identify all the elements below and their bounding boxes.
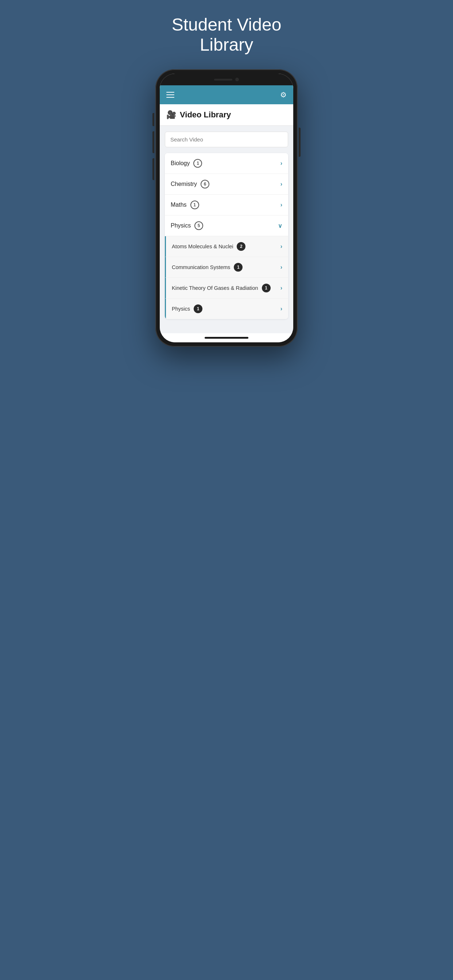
front-camera <box>235 78 239 81</box>
chemistry-count-badge: 6 <box>201 180 209 188</box>
app-content: ⚙ 🎥 Video Library Biology 1 › <box>160 85 293 333</box>
category-list: Biology 1 › Chemistry 6 › Maths <box>165 153 288 319</box>
list-item-physics-sub[interactable]: Physics 1 › <box>165 299 288 319</box>
list-item-kinetic[interactable]: Kinetic Theory Of Gases & Radiation 1 › <box>165 278 288 299</box>
physics-sub-chevron-right-icon: › <box>281 305 282 312</box>
menu-button[interactable] <box>166 92 174 98</box>
biology-chevron-right-icon: › <box>281 160 282 167</box>
page-title: Student Video Library <box>172 14 282 55</box>
atoms-label: Atoms Molecules & Nuclei <box>172 243 233 250</box>
home-indicator <box>160 333 293 342</box>
maths-chevron-right-icon: › <box>281 202 282 208</box>
kinetic-chevron-right-icon: › <box>281 285 282 291</box>
notch <box>203 75 250 84</box>
biology-count-badge: 1 <box>193 159 202 168</box>
physics-sub-count-badge: 1 <box>194 304 203 313</box>
list-item-communication[interactable]: Communication Systems 1 › <box>165 257 288 278</box>
physics-label: Physics <box>171 223 191 229</box>
list-item-biology[interactable]: Biology 1 › <box>165 153 288 174</box>
speaker <box>214 79 232 81</box>
top-bar: ⚙ <box>160 85 293 104</box>
home-bar[interactable] <box>205 337 248 339</box>
maths-label: Maths <box>171 202 187 208</box>
list-item-chemistry[interactable]: Chemistry 6 › <box>165 174 288 195</box>
physics-sub-label: Physics <box>172 306 190 312</box>
physics-count-badge: 5 <box>195 221 203 230</box>
communication-label: Communication Systems <box>172 264 230 270</box>
communication-count-badge: 1 <box>234 263 242 272</box>
library-title: Video Library <box>180 110 231 119</box>
search-area <box>160 126 293 153</box>
search-input[interactable] <box>165 132 288 147</box>
atoms-chevron-right-icon: › <box>281 243 282 250</box>
settings-icon[interactable]: ⚙ <box>280 91 287 99</box>
phone-shell: ⚙ 🎥 Video Library Biology 1 › <box>155 69 298 347</box>
physics-chevron-down-icon: ∨ <box>278 223 282 229</box>
video-camera-icon: 🎥 <box>166 110 176 119</box>
atoms-count-badge: 2 <box>237 242 246 251</box>
maths-count-badge: 1 <box>190 200 199 209</box>
chemistry-chevron-right-icon: › <box>281 181 282 188</box>
list-item-physics[interactable]: Physics 5 ∨ <box>165 215 288 236</box>
kinetic-label: Kinetic Theory Of Gases & Radiation <box>172 285 258 291</box>
biology-label: Biology <box>171 160 190 167</box>
list-item-atoms[interactable]: Atoms Molecules & Nuclei 2 › <box>165 236 288 257</box>
communication-chevron-right-icon: › <box>281 264 282 270</box>
library-header: 🎥 Video Library <box>160 104 293 126</box>
notch-area <box>160 74 293 85</box>
list-item-maths[interactable]: Maths 1 › <box>165 195 288 215</box>
chemistry-label: Chemistry <box>171 181 197 188</box>
phone-screen: ⚙ 🎥 Video Library Biology 1 › <box>160 74 293 342</box>
kinetic-count-badge: 1 <box>262 284 271 293</box>
